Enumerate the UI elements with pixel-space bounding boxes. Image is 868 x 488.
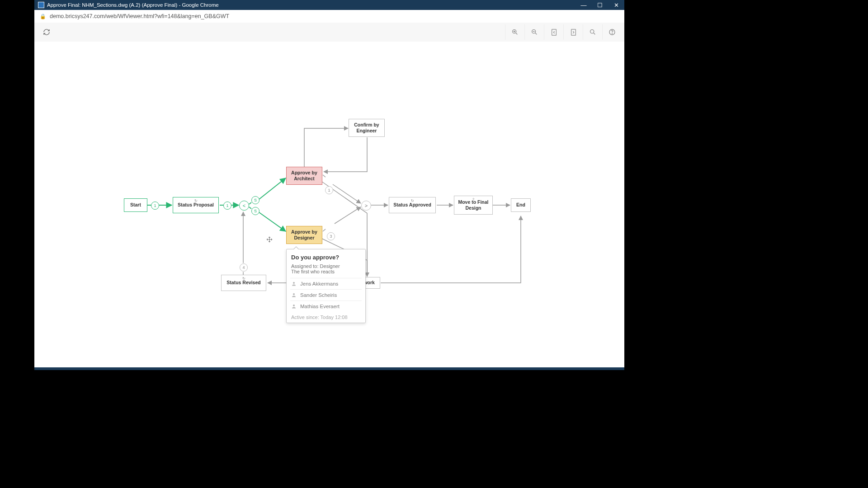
help-icon[interactable] — [602, 24, 622, 40]
address-bar[interactable]: 🔒 demo.bricsys247.com/web/WfViewer.html?… — [34, 10, 624, 23]
svg-line-19 — [249, 207, 251, 209]
refresh-icon[interactable] — [42, 27, 52, 37]
svg-point-12 — [612, 33, 612, 34]
window: Approve Final: NHM_Sections.dwg (A.2) (A… — [34, 0, 624, 370]
gateway-join[interactable]: > — [361, 201, 371, 211]
svg-line-17 — [249, 202, 251, 204]
badge-1a: 1 — [151, 202, 159, 210]
zoom-out-icon[interactable] — [524, 24, 544, 40]
page-prev-icon[interactable] — [544, 24, 563, 40]
svg-point-9 — [590, 30, 594, 33]
svg-line-24 — [335, 207, 361, 224]
auto-icon: ⇪ — [472, 197, 475, 202]
popover-assigned: Assigned to: Designer — [291, 263, 361, 269]
auto-icon: ↻ — [411, 199, 414, 203]
search-icon[interactable] — [583, 24, 602, 40]
auto-icon: ↻ — [242, 277, 245, 281]
zoom-in-icon[interactable] — [505, 24, 524, 40]
person-icon — [291, 281, 297, 286]
svg-rect-7 — [552, 29, 556, 35]
node-confirm-engineer-label: Confirm by Engineer — [350, 122, 383, 134]
svg-line-23 — [323, 229, 326, 231]
svg-line-1 — [516, 33, 517, 34]
person-name: Sander Scheiris — [300, 292, 337, 298]
node-start[interactable]: Start — [124, 198, 147, 212]
popover-rule: The first who reacts — [291, 269, 361, 274]
node-end-label: End — [516, 202, 525, 208]
person-name: Jens Akkermans — [300, 281, 338, 286]
badge-s1: S — [251, 196, 259, 204]
minimize-button[interactable]: — — [576, 0, 592, 10]
svg-line-18 — [259, 178, 286, 199]
node-status-approved[interactable]: ↻Status Approved — [389, 197, 436, 213]
toolbar-right — [505, 24, 622, 40]
svg-rect-8 — [571, 29, 576, 35]
node-status-revised[interactable]: ↻Status Revised — [221, 275, 266, 291]
node-approve-designer-label: Approve by Designer — [288, 229, 321, 241]
taskbar — [34, 367, 624, 370]
svg-line-22 — [333, 184, 361, 203]
person-name: Mathias Everaert — [300, 304, 340, 309]
person-row[interactable]: Mathias Everaert — [290, 300, 362, 312]
titlebar[interactable]: Approve Final: NHM_Sections.dwg (A.2) (A… — [34, 0, 624, 10]
gateway-split[interactable]: < — [239, 201, 249, 211]
url-text: demo.bricsys247.com/web/WfViewer.html?wf… — [50, 13, 229, 19]
node-approve-designer[interactable]: Approve by Designer — [286, 226, 322, 244]
badge-1b: 1 — [223, 202, 231, 210]
move-cursor-icon — [266, 236, 273, 243]
popover-since: Active since: Today 12:08 — [291, 314, 361, 320]
popover-people: Jens Akkermans Sander Scheiris Mathias E… — [290, 278, 362, 312]
close-button[interactable]: ✕ — [608, 0, 624, 10]
approve-popover: Do you approve? Assigned to: Designer Th… — [286, 249, 366, 323]
app-toolbar — [34, 23, 624, 42]
page-next-icon[interactable] — [563, 24, 583, 40]
person-row[interactable]: Jens Akkermans — [290, 278, 362, 289]
auto-icon: ↻ — [194, 199, 198, 203]
node-confirm-engineer[interactable]: Confirm by Engineer — [349, 119, 385, 137]
person-icon — [291, 304, 297, 309]
node-end[interactable]: End — [511, 198, 531, 212]
svg-point-31 — [293, 282, 295, 284]
node-status-proposal[interactable]: ↻Status Proposal — [173, 197, 219, 213]
svg-point-32 — [293, 293, 295, 295]
node-start-label: Start — [130, 202, 141, 208]
node-approve-architect[interactable]: Approve by Architect — [286, 167, 322, 185]
app-favicon — [38, 2, 44, 8]
svg-line-5 — [535, 33, 537, 34]
person-icon — [291, 292, 297, 298]
node-approve-architect-label: Approve by Architect — [288, 170, 321, 182]
svg-point-33 — [293, 305, 295, 306]
badge-3: 3 — [327, 232, 335, 240]
svg-line-20 — [259, 212, 286, 231]
gateway-split-label: < — [243, 203, 245, 208]
maximize-button[interactable]: ☐ — [592, 0, 608, 10]
lock-icon: 🔒 — [40, 14, 46, 19]
window-title: Approve Final: NHM_Sections.dwg (A.2) (A… — [47, 2, 219, 8]
svg-line-21 — [323, 175, 326, 177]
node-move-final[interactable]: ⇪Move to Final Design — [454, 196, 493, 215]
badge-1c: 1 — [325, 186, 333, 194]
badge-4: 4 — [240, 263, 248, 272]
person-row[interactable]: Sander Scheiris — [290, 289, 362, 300]
svg-line-10 — [594, 33, 595, 34]
popover-title: Do you approve? — [291, 254, 361, 261]
badge-s2: S — [251, 207, 259, 215]
workflow-canvas[interactable]: Start ↻Status Proposal Approve by Archit… — [34, 42, 624, 362]
gateway-join-label: > — [365, 203, 368, 208]
